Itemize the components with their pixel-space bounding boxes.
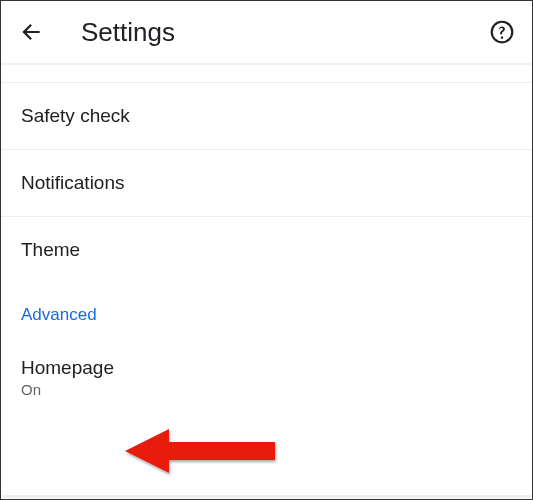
row-notifications[interactable]: Notifications bbox=[1, 150, 532, 217]
row-label: Homepage bbox=[21, 357, 512, 379]
header-bar: Settings bbox=[1, 1, 532, 63]
help-button[interactable] bbox=[488, 18, 516, 46]
page-title: Settings bbox=[81, 17, 175, 48]
section-label: Advanced bbox=[21, 305, 512, 325]
top-gap bbox=[1, 65, 532, 83]
bottom-divider bbox=[2, 495, 531, 498]
back-button[interactable] bbox=[17, 18, 45, 46]
row-sublabel: On bbox=[21, 381, 512, 398]
row-safety-check[interactable]: Safety check bbox=[1, 83, 532, 150]
row-label: Notifications bbox=[21, 172, 512, 194]
arrow-left-icon bbox=[18, 19, 44, 45]
svg-marker-1 bbox=[125, 429, 275, 473]
row-theme[interactable]: Theme bbox=[1, 217, 532, 283]
row-label: Safety check bbox=[21, 105, 512, 127]
section-header-advanced: Advanced bbox=[1, 283, 532, 335]
help-icon bbox=[489, 19, 515, 45]
annotation-arrow-icon bbox=[125, 421, 305, 481]
settings-screen: Settings Safety check Notifications Them… bbox=[0, 0, 533, 500]
row-homepage[interactable]: Homepage On bbox=[1, 335, 532, 404]
row-label: Theme bbox=[21, 239, 512, 261]
